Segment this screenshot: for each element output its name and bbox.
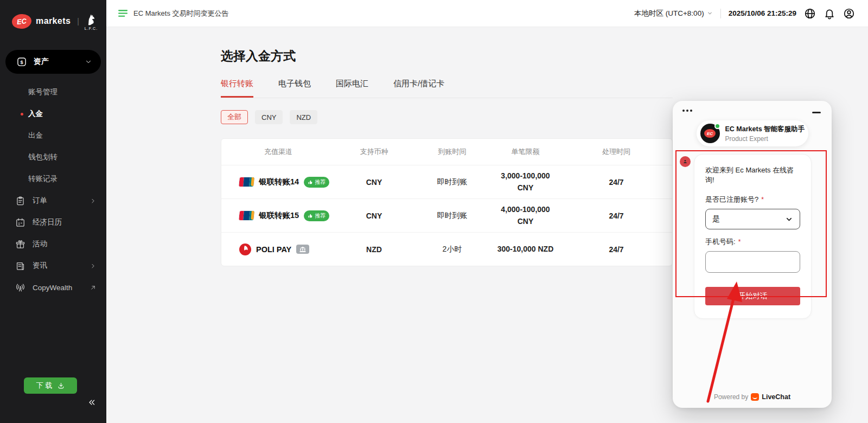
active-dot [21, 113, 23, 116]
processing-cell: 24/7 [559, 245, 673, 254]
filter-nzd[interactable]: NZD [290, 110, 317, 124]
col-header-channel: 充值渠道 [221, 147, 335, 157]
deposit-method-tabs: 银行转账 电子钱包 国际电汇 信用卡/借记卡 [221, 79, 673, 98]
download-button[interactable]: 下载 [24, 377, 77, 394]
welcome-message: 欢迎来到 Ec Markets 在线咨询! [705, 165, 800, 185]
table-row[interactable]: 银联转账15 推荐 CNY 即时到账 4,000-100,000 CNY 24/… [221, 198, 672, 232]
online-status-dot [714, 123, 720, 129]
table-row[interactable]: 银联转账14 推荐 CNY 即时到账 3,000-100,000 CNY 24/… [221, 165, 672, 198]
arrival-cell: 即时到账 [413, 211, 492, 221]
sidebar-item-wallet-transfer[interactable]: 钱包划转 [0, 146, 106, 168]
broadcast-icon [15, 283, 25, 293]
livechat-brand-text: LiveChat [762, 393, 790, 401]
agent-name: EC Markets 智能客服助手 [725, 125, 805, 134]
brand-logo: EC markets | L.F.C. [0, 0, 106, 35]
agent-card: EC EC Markets 智能客服助手 Product Expert [697, 120, 808, 146]
chat-minimize-icon[interactable] [812, 112, 821, 113]
table-header-row: 充值渠道 支持币种 到账时间 单笔限额 处理时间 [221, 139, 672, 165]
powered-by-text: Powered by [714, 393, 748, 401]
announcement-link[interactable]: EC Markets 交易时间变更公告 [118, 9, 229, 18]
chevron-down-icon [85, 58, 92, 66]
limit-cell: 3,000-100,000 CNY [492, 170, 559, 194]
col-header-limit: 单笔限额 [492, 147, 559, 157]
external-link-arrow-icon [90, 284, 97, 291]
registered-question-label: 是否已注册账号?* [705, 195, 800, 204]
sidebar-item-label: 入金 [28, 109, 43, 119]
sidebar-item-copywealth[interactable]: CopyWealth [0, 277, 106, 298]
processing-cell: 24/7 [559, 178, 673, 187]
livechat-widget: EC EC Markets 智能客服助手 Product Expert 欢迎来到… [673, 101, 832, 408]
chevron-right-icon [90, 197, 97, 204]
timezone-selector[interactable]: 本地时区 (UTC+8:00) [634, 9, 713, 18]
ec-logo-text: EC [16, 17, 27, 26]
sidebar-nav: $ 资产 账号管理 入金 出金 钱包划转 转账记录 订单 [0, 50, 106, 298]
tab-credit-debit-card[interactable]: 信用卡/借记卡 [393, 79, 444, 98]
sidebar-item-transfer-records[interactable]: 转账记录 [0, 168, 106, 190]
chevron-down-icon [785, 215, 793, 223]
sidebar-item-account-management[interactable]: 账号管理 [0, 81, 106, 103]
sidebar-item-label: 经济日历 [33, 217, 97, 227]
channel-name: 银联转账14 [259, 177, 299, 187]
datetime-display: 2025/10/06 21:25:29 [729, 9, 796, 17]
table-row[interactable]: POLI PAY NZD 2小时 300-10,000 NZD 24/7 [221, 232, 672, 266]
channel-name: POLI PAY [256, 245, 291, 254]
phone-number-input[interactable] [705, 251, 800, 273]
bank-icon [299, 247, 306, 252]
filter-cny[interactable]: CNY [255, 110, 283, 124]
sidebar-item-activities[interactable]: 活动 [0, 233, 106, 255]
globe-icon[interactable] [804, 8, 816, 20]
unionpay-logo-icon [239, 211, 254, 220]
sidebar: EC markets | L.F.C. $ 资产 账号管理 入金 [0, 0, 106, 423]
lfc-caption: L.F.C. [85, 27, 98, 30]
timezone-label: 本地时区 (UTC+8:00) [634, 9, 704, 18]
calendar-icon [15, 217, 25, 228]
topbar: EC Markets 交易时间变更公告 本地时区 (UTC+8:00) 2025… [106, 0, 868, 27]
lfc-logo: L.F.C. [85, 13, 98, 30]
bot-avatar-icon [680, 156, 691, 167]
tab-international-wire[interactable]: 国际电汇 [336, 79, 368, 98]
sidebar-item-label: 订单 [33, 196, 90, 206]
processing-cell: 24/7 [559, 211, 673, 220]
news-icon [15, 261, 25, 271]
chat-menu-icon[interactable] [682, 110, 692, 112]
bell-icon[interactable] [824, 8, 835, 20]
markets-logo-text: markets [36, 16, 71, 26]
caret-down-icon [707, 10, 713, 16]
limit-line1: 3,000-100,000 [492, 170, 559, 182]
tab-bank-transfer[interactable]: 银行转账 [221, 79, 253, 98]
sidebar-item-label: 资讯 [33, 261, 90, 271]
sidebar-item-orders[interactable]: 订单 [0, 190, 106, 211]
limit-line1: 4,000-100,000 [492, 204, 559, 216]
badge-label: 推荐 [315, 212, 326, 220]
currency-cell: CNY [335, 178, 413, 187]
arrival-cell: 2小时 [413, 245, 492, 254]
thumbs-up-icon [308, 180, 313, 185]
orders-icon [15, 196, 25, 206]
gift-icon [15, 239, 25, 249]
filter-all[interactable]: 全部 [221, 110, 248, 124]
limit-cell: 4,000-100,000 CNY [492, 204, 559, 227]
collapse-sidebar-icon[interactable] [87, 398, 97, 409]
arrival-cell: 即时到账 [413, 177, 492, 187]
ec-logo-badge: EC [11, 13, 33, 30]
sidebar-item-label: CopyWealth [33, 284, 90, 292]
poli-pay-logo-icon [239, 243, 251, 255]
recommended-badge: 推荐 [304, 210, 329, 221]
logo-divider: | [77, 17, 79, 25]
currency-cell: CNY [335, 211, 413, 220]
currency-cell: NZD [335, 245, 413, 254]
sidebar-item-news[interactable]: 资讯 [0, 255, 106, 277]
sidebar-item-withdrawal[interactable]: 出金 [0, 125, 106, 146]
sidebar-item-deposit[interactable]: 入金 [0, 103, 106, 125]
liverbird-icon [85, 13, 97, 26]
start-chat-button[interactable]: 开始对话 [705, 287, 800, 305]
user-account-icon[interactable] [843, 8, 855, 20]
tab-e-wallet[interactable]: 电子钱包 [278, 79, 311, 98]
registered-select-value: 是 [712, 214, 720, 224]
sidebar-item-assets[interactable]: $ 资产 [5, 50, 101, 74]
registered-select[interactable]: 是 [705, 209, 800, 229]
sidebar-item-economic-calendar[interactable]: 经济日历 [0, 211, 106, 233]
recommended-badge: 推荐 [304, 177, 329, 188]
required-asterisk: * [738, 238, 741, 246]
page-title: 选择入金方式 [221, 48, 673, 65]
